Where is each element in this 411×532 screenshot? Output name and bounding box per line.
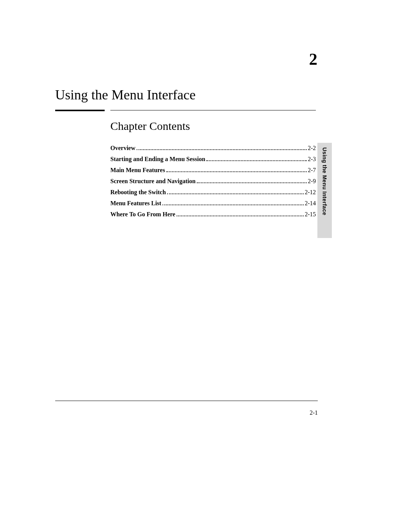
thumb-index-tab: Using the Menu Interface bbox=[317, 143, 332, 238]
toc-label: Rebooting the Switch bbox=[110, 189, 166, 196]
toc-page: 2-3 bbox=[308, 156, 316, 163]
toc-label: Overview bbox=[110, 145, 135, 152]
toc-page: 2-2 bbox=[308, 145, 316, 152]
toc-page: 2-12 bbox=[305, 189, 316, 196]
divider-long bbox=[110, 110, 316, 110]
toc-entry: Starting and Ending a Menu Session 2-3 bbox=[110, 156, 316, 163]
document-page: 2 Using the Menu Interface Chapter Conte… bbox=[0, 0, 411, 532]
footer-divider bbox=[55, 401, 318, 401]
toc-leader-dots bbox=[177, 212, 304, 216]
toc-entry: Menu Features List 2-14 bbox=[110, 200, 316, 207]
toc-leader-dots bbox=[137, 145, 307, 150]
toc-entry: Main Menu Features 2-7 bbox=[110, 167, 316, 174]
toc-entry: Where To Go From Here 2-15 bbox=[110, 211, 316, 218]
toc-entry: Screen Structure and Navigation 2-9 bbox=[110, 178, 316, 185]
toc-entry: Overview 2-2 bbox=[110, 145, 316, 152]
toc-leader-dots bbox=[206, 157, 306, 161]
toc-label: Where To Go From Here bbox=[110, 211, 175, 218]
toc-label: Menu Features List bbox=[110, 200, 161, 207]
toc-page: 2-9 bbox=[308, 178, 316, 185]
section-heading: Chapter Contents bbox=[110, 120, 190, 133]
toc-page: 2-7 bbox=[308, 167, 316, 174]
chapter-number: 2 bbox=[309, 50, 318, 69]
toc-leader-dots bbox=[167, 190, 304, 194]
toc-label: Screen Structure and Navigation bbox=[110, 178, 196, 185]
toc-label: Main Menu Features bbox=[110, 167, 165, 174]
thumb-index-label: Using the Menu Interface bbox=[322, 147, 328, 215]
page-number: 2-1 bbox=[310, 409, 318, 416]
divider-short bbox=[55, 110, 105, 111]
toc-leader-dots bbox=[166, 168, 307, 172]
toc-leader-dots bbox=[162, 201, 304, 205]
toc-page: 2-14 bbox=[305, 200, 316, 207]
toc-leader-dots bbox=[197, 179, 307, 183]
chapter-title: Using the Menu Interface bbox=[55, 87, 196, 103]
toc-entry: Rebooting the Switch 2-12 bbox=[110, 189, 316, 196]
table-of-contents: Overview 2-2 Starting and Ending a Menu … bbox=[110, 145, 316, 222]
toc-page: 2-15 bbox=[305, 211, 316, 218]
toc-label: Starting and Ending a Menu Session bbox=[110, 156, 205, 163]
